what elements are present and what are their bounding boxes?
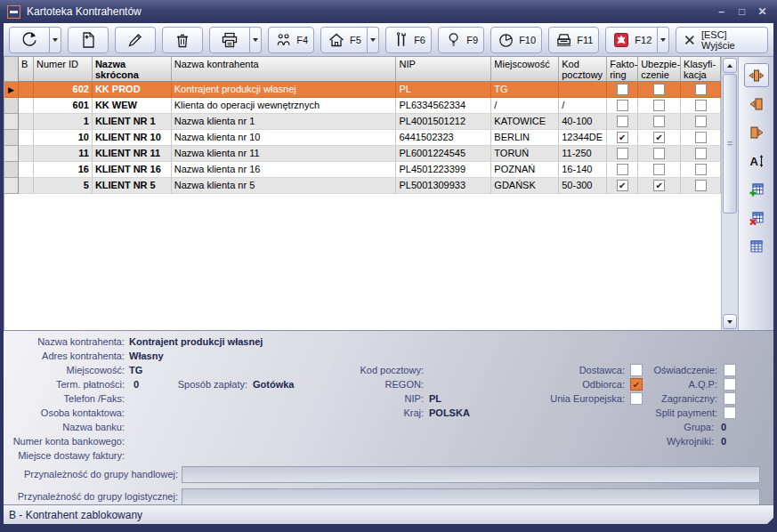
exit-button[interactable]: [ESC] Wyjście	[676, 27, 768, 53]
shift-right-button[interactable]	[744, 120, 769, 144]
table-row[interactable]: ▶ 5 KLIENT NR 5 Nazwa klienta nr 5 PL500…	[4, 178, 721, 194]
klasyfikacja-checkbox[interactable]	[695, 100, 707, 111]
home-f5-button[interactable]: F5	[320, 27, 368, 53]
col-header-kod-pocztowy[interactable]: Kod pocztowy	[559, 57, 607, 82]
edit-record-button[interactable]	[115, 27, 156, 53]
col-header-klasyfikacja[interactable]: Klasyfi-kacja	[681, 57, 721, 82]
field-value: Kontrajent produkcji własnej	[129, 336, 263, 349]
table-row[interactable]: ▶ 1 KLIENT NR 1 Nazwa klienta nr 1 PL400…	[4, 114, 721, 130]
add-column-button[interactable]	[744, 177, 769, 201]
emblem-f12-button[interactable]: F12	[605, 27, 658, 53]
pie-chart-icon	[497, 30, 515, 50]
scrollbar-thumb[interactable]: =	[723, 74, 737, 214]
col-header-b[interactable]: B	[19, 57, 34, 82]
klasyfikacja-checkbox[interactable]	[695, 148, 707, 159]
minimize-icon[interactable]: –	[714, 5, 729, 19]
field-label: Miejscowość:	[4, 365, 125, 377]
home-dropdown[interactable]	[368, 27, 379, 53]
col-header-nazwa-skrocona[interactable]: Nazwa skrócona	[93, 57, 172, 82]
klasyfikacja-checkbox[interactable]	[695, 164, 707, 175]
f4-label: F4	[296, 35, 308, 45]
oswiadczenie-checkbox[interactable]	[724, 364, 736, 376]
faktoring-checkbox[interactable]	[617, 84, 628, 95]
ubezpieczenie-checkbox[interactable]	[653, 116, 665, 127]
maximize-icon[interactable]: □	[734, 5, 749, 19]
col-header-ubezpieczenie[interactable]: Ubezpie-czenie	[638, 57, 681, 82]
checkbox-label: Split payment:	[591, 407, 717, 420]
faktoring-checkbox[interactable]	[617, 164, 628, 175]
cash-register-icon	[554, 30, 573, 50]
grid-view-button[interactable]	[744, 234, 769, 258]
table-row[interactable]: ▶ 10 KLIENT NR 10 Nazwa klienta nr 10 64…	[4, 130, 721, 146]
bulb-f9-button[interactable]: F9	[438, 27, 484, 53]
table-row[interactable]: ▶ 602 KK PROD Kontrajent produkcji własn…	[4, 82, 721, 98]
f9-label: F9	[466, 35, 478, 45]
shift-left-button[interactable]	[744, 92, 769, 116]
edit-pencil-icon	[125, 30, 145, 50]
split-payment-checkbox[interactable]	[724, 407, 736, 419]
klasyfikacja-checkbox[interactable]	[695, 132, 707, 143]
faktoring-checkbox[interactable]	[617, 100, 628, 111]
print-button[interactable]	[209, 27, 250, 53]
pie-f10-button[interactable]: F10	[490, 27, 542, 53]
field-label: Miejsce dostawy faktury:	[4, 450, 125, 463]
aqp-checkbox[interactable]	[724, 378, 736, 391]
dropdown-arrow-icon	[53, 38, 58, 42]
refresh-button[interactable]	[9, 27, 50, 53]
grupa-logistyczna-input[interactable]	[182, 488, 760, 505]
table-row[interactable]: ▶ 16 KLIENT NR 16 Nazwa klienta nr 16 PL…	[4, 162, 721, 178]
field-label: Telefon /Faks:	[4, 393, 125, 406]
ubezpieczenie-checkbox[interactable]	[653, 148, 665, 159]
sort-button[interactable]: A	[744, 149, 769, 173]
scroll-up-icon[interactable]	[723, 58, 737, 73]
zagraniczny-checkbox[interactable]	[724, 392, 736, 405]
remove-column-button[interactable]	[744, 206, 769, 230]
klasyfikacja-checkbox[interactable]	[695, 116, 707, 127]
fit-column-icon	[749, 68, 765, 84]
contacts-icon	[274, 30, 293, 50]
field-value: PL	[429, 393, 441, 406]
table-row[interactable]: ▶ 11 KLIENT NR 11 Nazwa klienta nr 11 PL…	[4, 146, 721, 162]
close-icon[interactable]: ✕	[755, 5, 770, 19]
faktoring-checkbox[interactable]	[617, 116, 628, 127]
klasyfikacja-checkbox[interactable]	[695, 180, 707, 191]
register-f11-button[interactable]: F11	[548, 27, 599, 53]
field-label: Kraj:	[342, 407, 424, 420]
vertical-scrollbar[interactable]: =	[721, 57, 738, 330]
ubezpieczenie-checkbox[interactable]	[653, 100, 665, 111]
resize-grip-icon[interactable]	[763, 518, 773, 528]
refresh-dropdown[interactable]	[50, 27, 61, 53]
ubezpieczenie-checkbox[interactable]	[653, 84, 665, 95]
delete-record-button[interactable]	[162, 27, 203, 53]
table-row[interactable]: ▶ 601 KK WEW Klienta do operacji wewnętr…	[4, 98, 721, 114]
col-header-faktoring[interactable]: Fakto-ring	[607, 57, 638, 82]
faktoring-checkbox[interactable]	[617, 180, 628, 191]
app-icon	[7, 5, 20, 19]
klasyfikacja-checkbox[interactable]	[695, 84, 707, 95]
fit-column-button[interactable]	[744, 63, 769, 87]
checkbox-label: Oświadczenie:	[591, 365, 717, 377]
ubezpieczenie-checkbox[interactable]	[653, 132, 665, 143]
svg-text:A: A	[749, 154, 758, 167]
col-header-nip[interactable]: NIP	[396, 57, 491, 82]
tools-f6-button[interactable]: F6	[385, 27, 432, 53]
emblem-dropdown[interactable]	[658, 27, 669, 53]
field-label: REGON:	[342, 379, 424, 391]
col-header-numer-id[interactable]: Numer ID	[34, 57, 93, 82]
print-dropdown[interactable]	[250, 27, 262, 53]
scroll-down-icon[interactable]	[723, 314, 737, 329]
f6-label: F6	[414, 35, 425, 45]
contacts-f4-button[interactable]: F4	[268, 27, 314, 53]
status-bar: B - Kontrahent zablokowany	[4, 504, 773, 524]
f12-label: F12	[635, 35, 652, 45]
col-header-miejscowosc[interactable]: Miejscowość	[491, 57, 559, 82]
faktoring-checkbox[interactable]	[617, 132, 628, 143]
field-value: Własny	[129, 351, 164, 363]
grupa-handlowa-input[interactable]	[182, 466, 760, 483]
new-record-button[interactable]	[68, 27, 109, 53]
ubezpieczenie-checkbox[interactable]	[653, 180, 665, 191]
faktoring-checkbox[interactable]	[617, 148, 628, 159]
col-header-nazwa-kontrahenta[interactable]: Nazwa kontrahenta	[172, 57, 397, 82]
ubezpieczenie-checkbox[interactable]	[653, 164, 665, 175]
checkbox-label: A.Q.P:	[591, 379, 717, 391]
